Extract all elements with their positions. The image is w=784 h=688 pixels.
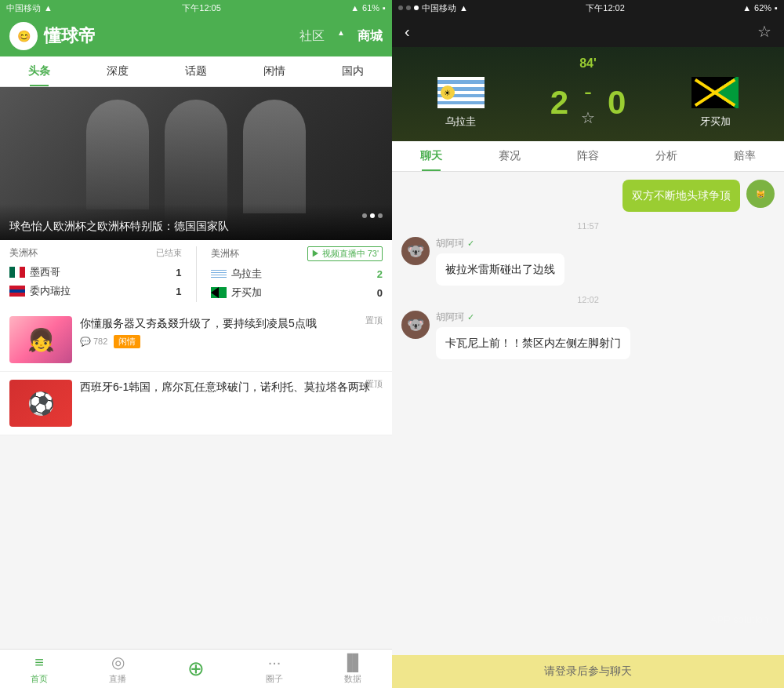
tab-chat[interactable]: 聊天 [392,141,470,171]
news-item-2[interactable]: ⚽ 置顶 西班牙6-1韩国，席尔瓦任意球破门，诺利托、莫拉塔各两球 [0,372,392,435]
league-name-1: 美洲杯 [9,246,38,260]
nav-data[interactable]: ▐▌ 数据 [314,650,392,688]
favorite-button[interactable]: ☆ [757,22,771,41]
tab-domestic[interactable]: 国内 [314,56,392,86]
tab-headlines[interactable]: 头条 [0,56,78,86]
hero-caption-text: 球色怡人欧洲杯之欧洲杯特别版：德国国家队 [9,220,229,232]
nav-home-label: 首页 [31,673,48,685]
logo-avatar: 😊 [9,22,38,50]
match-row-mexico[interactable]: 墨西哥 1 [9,263,182,282]
team-jamaica: 牙买加 [231,286,372,300]
flag-home: ☀ [437,77,485,108]
match-row-venezuela[interactable]: 委内瑞拉 1 [9,282,182,300]
score-home: 2 [550,84,568,122]
score-dash: - [584,78,592,105]
hero-banner[interactable]: 球色怡人欧洲杯之欧洲杯特别版：德国国家队 [0,87,392,240]
news-title-1: 你懂服务器又夯叒叕升级了，要持续到凌晨5点哦 [80,316,383,332]
tab-leisure[interactable]: 闲情 [235,56,314,86]
dot2 [406,5,411,10]
nav-home[interactable]: ≡ 首页 [0,650,78,688]
match-time: 84' [405,56,771,71]
nav-tabs: 头条 深度 话题 闲情 国内 [0,56,392,87]
arrow-right: ▲ [742,3,751,13]
scores-divider [196,246,197,302]
back-button[interactable]: ‹ [405,23,410,41]
status-signals-left: 中国移动 ▲ [6,2,53,14]
score-group-2: 美洲杯 ▶ 视频直播中 73' 乌拉圭 2 牙买加 0 [211,246,383,302]
chat-bubble-3: 卡瓦尼上前！！禁区内左侧左脚射门 [436,327,630,359]
nav-data-label: 数据 [344,673,361,685]
chat-message-2: 🐨 胡阿珂 ✓ 被拉米雷斯碰出了边线 [401,237,775,286]
app-title: 懂球帝 [44,24,96,48]
tab-topics[interactable]: 话题 [157,56,235,86]
match-teams: ☀ 乌拉圭 2 - ☆ 0 牙买加 [405,77,771,129]
chat-avatar-self: 😸 [746,180,775,208]
status-bar-right: 中国移动 ▲ 下午12:02 ▲ 62% ▪ [392,0,784,16]
battery-area-left: ▲ 61% ▪ [350,3,386,13]
news-list: 👧 置顶 你懂服务器又夯叒叕升级了，要持续到凌晨5点哦 💬 782 闲情 ⚽ [0,308,392,649]
chat-bubble-area-3: 胡阿珂 ✓ 卡瓦尼上前！！禁区内左侧左脚射门 [436,311,775,359]
verified-badge-3: ✓ [467,312,474,322]
match-score-area: 84' ☀ 乌拉圭 2 - ☆ 0 [392,47,784,141]
match-favorite-icon[interactable]: ☆ [581,108,595,127]
tab-lineup[interactable]: 阵容 [549,141,627,171]
hero-dot-3 [378,213,383,218]
nav-arrow: ▲ [337,28,345,45]
data-icon: ▐▌ [342,653,364,672]
hero-dot-2 [370,213,375,218]
nav-circle[interactable]: ··· 圈子 [235,650,314,688]
chat-input-bar[interactable]: 请登录后参与聊天 [392,655,784,688]
verified-badge-2: ✓ [467,238,474,249]
score-group-1-header: 美洲杯 已结束 [9,246,182,260]
comment-icon-1: 💬 [80,337,91,347]
bottom-nav: ≡ 首页 ◎ 直播 ⊕ ··· 圈子 ▐▌ 数据 [0,649,392,688]
nav-shop[interactable]: 商城 [358,28,383,45]
home-icon: ≡ [34,653,44,672]
watermark: APP solution [710,613,768,625]
nav-live-label: 直播 [109,673,126,685]
flag-uruguay [211,268,227,279]
score-jamaica: 0 [377,287,383,299]
carrier-left: 中国移动 [6,2,41,14]
tab-analysis[interactable]: 分析 [627,141,706,171]
hero-caption: 球色怡人欧洲杯之欧洲杯特别版：德国国家队 [0,204,392,240]
news-pin-2: 置顶 [365,378,383,390]
battery-icon-right: ▪ [775,3,778,13]
score-group-2-header: 美洲杯 ▶ 视频直播中 73' [211,246,383,261]
news-content-1: 置顶 你懂服务器又夯叒叕升级了，要持续到凌晨5点哦 💬 782 闲情 [80,316,383,363]
dot1 [398,5,403,10]
tab-deep[interactable]: 深度 [78,56,157,86]
match-status-2: ▶ 视频直播中 73' [307,246,383,261]
score-group-1: 美洲杯 已结束 墨西哥 1 委内瑞拉 1 [9,246,182,302]
flag-away [691,77,739,108]
flag-jamaica [211,287,227,298]
tab-odds[interactable]: 赔率 [706,141,784,171]
circle-icon: ··· [268,653,281,672]
news-thumb-2: ⚽ [9,380,72,427]
tab-matchinfo[interactable]: 赛况 [470,141,549,171]
score-uruguay: 2 [377,268,383,280]
score-venezuela: 1 [176,286,181,297]
news-thumb-1: 👧 [9,316,72,363]
match-row-jamaica[interactable]: 牙买加 0 [211,283,383,302]
news-title-2: 西班牙6-1韩国，席尔瓦任意球破门，诺利托、莫拉塔各两球 [80,380,383,395]
nav-live[interactable]: ◎ 直播 [78,650,157,688]
right-panel: 中国移动 ▲ 下午12:02 ▲ 62% ▪ ‹ ☆ 84' ☀ 乌拉圭 2 [392,0,784,688]
dot3 [414,5,419,10]
arrow-icon: ▲ [350,3,359,13]
chat-messages-area: 双方不断地头球争顶 😸 11:57 🐨 胡阿珂 ✓ 被拉米雷斯碰出了边线 12:… [392,172,784,655]
chat-username-3: 胡阿珂 ✓ [436,311,775,324]
team-home: ☀ 乌拉圭 [437,77,485,129]
chat-tabs: 聊天 赛况 阵容 分析 赔率 [392,141,784,172]
flag-venezuela [9,286,25,297]
chat-message-1: 双方不断地头球争顶 😸 [401,180,775,212]
status-left-right: 中国移动 ▲ [398,2,468,14]
chat-username-2: 胡阿珂 ✓ [436,237,775,250]
battery-right: ▲ 62% ▪ [742,3,778,13]
nav-community[interactable]: 社区 [299,28,325,45]
nav-circle-label: 圈子 [266,673,283,685]
match-row-uruguay[interactable]: 乌拉圭 2 [211,264,383,283]
news-item-1[interactable]: 👧 置顶 你懂服务器又夯叒叕升级了，要持续到凌晨5点哦 💬 782 闲情 [0,308,392,372]
nav-post[interactable]: ⊕ [157,650,235,688]
chat-login-prompt: 请登录后参与聊天 [544,664,632,677]
